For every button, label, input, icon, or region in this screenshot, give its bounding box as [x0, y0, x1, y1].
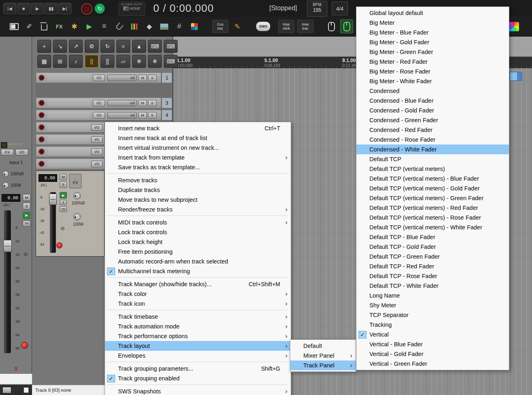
record-arm-button[interactable] — [39, 100, 45, 106]
io-button[interactable]: I/O — [15, 149, 28, 155]
mixer-monitor-icon[interactable] — [8, 20, 20, 33]
volume-fader[interactable]: -inf — [107, 112, 137, 119]
menu-item-track-timebase[interactable]: Track timebase› — [105, 312, 291, 322]
solo-button[interactable]: S — [148, 75, 157, 81]
record-monitor-button[interactable]: ▶ — [60, 192, 67, 199]
menu-item-free-item-positioning[interactable]: Free item positioning — [105, 247, 291, 257]
menu-item-big-meter-blue-fader[interactable]: Big Meter - Blue Fader — [356, 28, 509, 37]
menu-item-track-icon[interactable]: Track icon› — [105, 299, 291, 309]
menu-item-mixer-panel[interactable]: Mixer Panel› — [290, 351, 356, 360]
menu-item-duplicate-tracks[interactable]: Duplicate tracks — [105, 185, 291, 195]
menu-item-default-tcp-vertical-meters-blue-fader[interactable]: Default TCP (vertical meters) - Blue Fad… — [356, 174, 509, 183]
mute-button[interactable]: M — [23, 194, 30, 201]
pan-slider-handle[interactable] — [2, 387, 11, 393]
mouse-mode-green-button[interactable] — [340, 19, 353, 33]
menu-item-default-tcp-vertical-meters-red-fader[interactable]: Default TCP (vertical meters) - Red Fade… — [356, 203, 509, 213]
volume-display[interactable]: 0.00 — [2, 194, 20, 202]
phase-invert-icon[interactable]: ⊘ — [60, 225, 65, 231]
menu-item-vertical[interactable]: ✓Vertical — [356, 330, 509, 339]
menu-item-tracking[interactable]: Tracking — [356, 320, 509, 330]
menu-item-move-tracks-to-new-subproject[interactable]: Move tracks to new subproject — [105, 195, 291, 205]
fx-button[interactable]: FX — [1, 149, 14, 155]
io-button[interactable]: I/O — [91, 124, 103, 131]
insert-click-button[interactable]: Inse click — [278, 20, 294, 33]
width-knob[interactable] — [2, 182, 9, 188]
menu-item-lock-track-height[interactable]: Lock track height — [105, 237, 291, 247]
collapse-button[interactable]: ∧ — [60, 200, 67, 205]
menu-item-default-tcp[interactable]: Default TCP — [356, 154, 509, 164]
menu-item-big-meter-red-fader[interactable]: Big Meter - Red Fader — [356, 57, 509, 67]
mouse-mode-button[interactable] — [325, 20, 337, 33]
menu-item-condensed-white-fader[interactable]: Condensed - White Fader — [356, 145, 509, 154]
fx-button[interactable]: ○ FX — [69, 174, 82, 188]
fader-handle-icon[interactable] — [3, 240, 12, 252]
pan-slider[interactable] — [0, 385, 32, 395]
record-arm-button[interactable] — [39, 112, 45, 118]
record-arm-button[interactable] — [39, 161, 45, 167]
clip-indicator[interactable] — [21, 342, 28, 349]
menu-item-track-performance-options[interactable]: Track performance options› — [105, 331, 291, 341]
menu-item-insert-new-track-at-end-of-track-list[interactable]: Insert new track at end of track list — [105, 133, 291, 143]
menu-item-default-tcp-white-fader[interactable]: Default TCP - White Fader — [356, 281, 509, 291]
menu-item-insert-virtual-instrument-on-new-track[interactable]: Insert virtual instrument on new track..… — [105, 143, 291, 153]
soz-pos-button[interactable]: Соз пос — [212, 20, 228, 33]
record-arm-button[interactable] — [39, 149, 45, 155]
menu-item-track-grouping-parameters[interactable]: Track grouping parameters...Shift+G — [105, 364, 291, 373]
volume-fader[interactable] — [50, 192, 56, 253]
volume-fader[interactable] — [4, 210, 11, 353]
menu-item-vertical-blue-fader[interactable]: Vertical - Blue Fader — [356, 339, 509, 349]
menu-item-automatic-record-arm-when-track-selected[interactable]: Automatic record-arm when track selected — [105, 257, 291, 266]
track-name-field[interactable] — [47, 112, 90, 119]
menu-item-track-color[interactable]: Track color› — [105, 289, 291, 299]
mute-button[interactable]: M — [138, 100, 147, 106]
menu-item-condensed-green-fader[interactable]: Condensed - Green Fader — [356, 115, 509, 125]
menu-item-default-tcp-vertical-meters-rose-fader[interactable]: Default TCP (vertical meters) - Rose Fad… — [356, 213, 509, 222]
pan-knob[interactable] — [2, 171, 9, 177]
menu-item-default-tcp-green-fader[interactable]: Default TCP - Green Fader — [356, 252, 509, 261]
menu-item-default-tcp-red-fader[interactable]: Default TCP - Red Fader — [356, 261, 509, 271]
track-name-field[interactable] — [47, 160, 90, 167]
menu-item-default-tcp-vertical-meters-gold-fader[interactable]: Default TCP (vertical meters) - Gold Fad… — [356, 183, 509, 193]
power-button[interactable]: ○ — [1, 142, 7, 148]
menu-item-condensed[interactable]: Condensed — [356, 86, 509, 96]
menu-item-default-tcp-rose-fader[interactable]: Default TCP - Rose Fader — [356, 271, 509, 281]
track-name-field[interactable] — [47, 148, 90, 155]
io-button[interactable]: I/O — [91, 149, 103, 155]
menu-item-vertical-green-fader[interactable]: Vertical - Green Fader — [356, 359, 509, 369]
menu-item-insert-track-from-template[interactable]: Insert track from template› — [105, 153, 291, 162]
track-name-field[interactable] — [47, 124, 90, 131]
io-button[interactable]: I/O — [93, 100, 105, 106]
fader-handle-icon[interactable] — [49, 194, 57, 205]
menu-item-insert-new-track[interactable]: Insert new trackCtrl+T — [105, 123, 291, 133]
record-monitor-button[interactable]: ▶ — [23, 212, 30, 219]
mute-button[interactable]: M — [138, 75, 147, 81]
menu-item-global-layout-default[interactable]: Global layout default — [356, 8, 509, 18]
menu-item-remove-tracks[interactable]: Remove tracks — [105, 175, 291, 185]
menu-item-shy-meter[interactable]: Shy Meter — [356, 300, 509, 310]
menu-item-default-tcp-vertical-meters-white-fader[interactable]: Default TCP (vertical meters) - White Fa… — [356, 222, 509, 232]
menu-item-big-meter-gold-fader[interactable]: Big Meter - Gold Fader — [356, 37, 509, 47]
menu-item-big-meter[interactable]: Big Meter — [356, 18, 509, 28]
volume-display[interactable]: 0.00 — [39, 174, 57, 182]
io-button[interactable]: I/O — [93, 75, 105, 81]
menu-item-track-automation-mode[interactable]: Track automation mode› — [105, 322, 291, 331]
trim-button[interactable]: TR — [60, 206, 67, 212]
menu-item-default-tcp-gold-fader[interactable]: Default TCP - Gold Fader — [356, 242, 509, 252]
track-name-field[interactable] — [47, 136, 90, 143]
menu-item-track-manager-show-hide-tracks[interactable]: Track Manager (show/hide tracks)...Ctrl+… — [105, 279, 291, 289]
volume-fader[interactable]: -inf — [107, 75, 137, 81]
menu-item-condensed-gold-fader[interactable]: Condensed - Gold Fader — [356, 106, 509, 115]
track-name-field[interactable] — [47, 99, 90, 106]
solo-button[interactable]: S — [148, 100, 157, 106]
menu-item-lock-track-controls[interactable]: Lock track controls — [105, 227, 291, 237]
menu-item-vertical-gold-fader[interactable]: Vertical - Gold Fader — [356, 349, 509, 359]
menu-item-big-meter-rose-fader[interactable]: Big Meter - Rose Fader — [356, 67, 509, 76]
right-palette-button[interactable] — [508, 20, 520, 33]
menu-item-render-freeze-tracks[interactable]: Render/freeze tracks› — [105, 205, 291, 214]
io-button[interactable]: I/O — [91, 136, 103, 143]
solo-button[interactable]: S — [23, 203, 30, 209]
menu-item-tcp-separator[interactable]: TCP Separator — [356, 310, 509, 320]
width-knob[interactable] — [73, 213, 81, 220]
menu-item-track-grouping-enabled[interactable]: ✓Track grouping enabled — [105, 373, 291, 383]
menu-item-track-layout[interactable]: Track layout› — [105, 341, 291, 351]
